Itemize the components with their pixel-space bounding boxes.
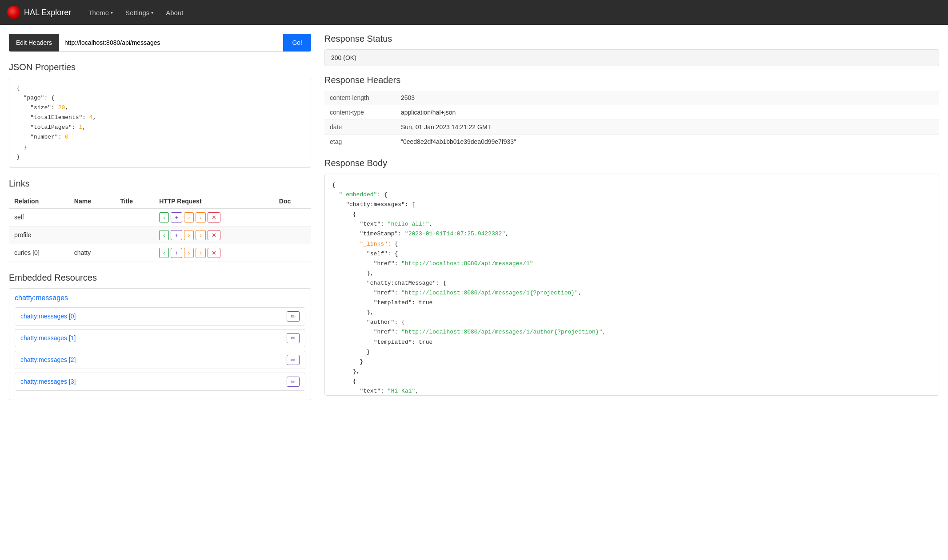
json-properties-box: { "page": { "size": 20, "totalElements":… <box>9 78 311 168</box>
response-status-title: Response Status <box>324 34 939 44</box>
settings-label: Settings <box>125 9 149 16</box>
links-title: Links <box>9 179 311 189</box>
settings-chevron-icon: ▾ <box>151 10 153 15</box>
close-btn[interactable]: ✕ <box>208 212 220 222</box>
name-cell <box>69 208 115 226</box>
plus-btn[interactable]: + <box>171 248 182 258</box>
embedded-item-button[interactable]: ✏ <box>287 333 300 343</box>
response-headers-section: Response Headers content-length 2503 con… <box>324 75 939 149</box>
forward-btn[interactable]: › <box>184 248 194 258</box>
forward-btn[interactable]: › <box>184 212 194 222</box>
plus-btn[interactable]: + <box>171 212 182 222</box>
response-status-value: 200 (OK) <box>324 49 939 66</box>
header-row: date Sun, 01 Jan 2023 14:21:22 GMT <box>324 120 939 135</box>
navbar: HAL Explorer Theme ▾ Settings ▾ About <box>0 0 948 25</box>
header-row: etag "0eed8e2df4ab1bb01e39dea0d99e7f933" <box>324 135 939 149</box>
embedded-item-label[interactable]: chatty:messages [3] <box>20 378 76 385</box>
go-button[interactable]: Go! <box>283 34 311 52</box>
table-row: profile ‹ + › › ✕ <box>9 226 311 244</box>
header-key: date <box>324 120 396 135</box>
doc-cell <box>274 208 311 226</box>
relation-cell: self <box>9 208 69 226</box>
about-menu[interactable]: About <box>160 5 189 20</box>
embedded-item-button[interactable]: ✏ <box>287 311 300 322</box>
header-value: application/hal+json <box>396 105 939 120</box>
right-panel: Response Status 200 (OK) Response Header… <box>320 34 939 551</box>
hal-logo-icon <box>7 6 20 19</box>
embedded-group: chatty:messages chatty:messages [0] ✏ ch… <box>9 288 311 400</box>
header-key: etag <box>324 135 396 149</box>
embedded-item-label[interactable]: chatty:messages [1] <box>20 334 76 342</box>
relation-cell: profile <box>9 226 69 244</box>
json-properties-title: JSON Properties <box>9 62 311 72</box>
response-status-section: Response Status 200 (OK) <box>324 34 939 66</box>
title-cell <box>115 244 154 262</box>
btn-group: ‹ + › › ✕ <box>159 230 268 240</box>
http-request-cell: ‹ + › › ✕ <box>154 208 274 226</box>
header-value: Sun, 01 Jan 2023 14:21:22 GMT <box>396 120 939 135</box>
header-row: content-length 2503 <box>324 91 939 105</box>
embedded-item-label[interactable]: chatty:messages [0] <box>20 313 76 320</box>
embedded-item: chatty:messages [0] ✏ <box>15 307 305 326</box>
forward2-btn[interactable]: › <box>196 230 205 240</box>
btn-group: ‹ + › › ✕ <box>159 248 268 258</box>
header-key: content-type <box>324 105 396 120</box>
forward-btn[interactable]: › <box>184 230 194 240</box>
col-name: Name <box>69 194 115 209</box>
theme-label: Theme <box>88 9 109 16</box>
table-row: curies [0] chatty ‹ + › › ✕ <box>9 244 311 262</box>
embedded-item: chatty:messages [2] ✏ <box>15 351 305 369</box>
table-row: self ‹ + › › ✕ <box>9 208 311 226</box>
close-btn[interactable]: ✕ <box>208 230 220 240</box>
back-btn[interactable]: ‹ <box>159 212 169 222</box>
edit-headers-button[interactable]: Edit Headers <box>9 34 59 52</box>
embedded-item: chatty:messages [3] ✏ <box>15 373 305 391</box>
title-cell <box>115 226 154 244</box>
btn-group: ‹ + › › ✕ <box>159 212 268 222</box>
embedded-item: chatty:messages [1] ✏ <box>15 329 305 347</box>
embedded-title: Embedded Resources <box>9 273 311 283</box>
links-section: Links Relation Name Title HTTP Request D… <box>9 179 311 262</box>
response-body-title: Response Body <box>324 158 939 168</box>
embedded-item-button[interactable]: ✏ <box>287 355 300 365</box>
doc-cell <box>274 244 311 262</box>
header-value: "0eed8e2df4ab1bb01e39dea0d99e7f933" <box>396 135 939 149</box>
forward2-btn[interactable]: › <box>196 248 205 258</box>
left-panel: Edit Headers Go! JSON Properties { "page… <box>9 34 320 551</box>
embedded-item-label[interactable]: chatty:messages [2] <box>20 356 76 363</box>
col-doc: Doc <box>274 194 311 209</box>
url-bar: Edit Headers Go! <box>9 34 311 52</box>
col-http-request: HTTP Request <box>154 194 274 209</box>
brand: HAL Explorer <box>7 6 71 19</box>
doc-cell <box>274 226 311 244</box>
embedded-group-title[interactable]: chatty:messages <box>15 294 305 302</box>
response-body-box: { "_embedded": { "chatty:messages": [ { … <box>324 174 939 396</box>
settings-menu[interactable]: Settings ▾ <box>119 5 160 20</box>
forward2-btn[interactable]: › <box>196 212 205 222</box>
back-btn[interactable]: ‹ <box>159 230 169 240</box>
close-btn[interactable]: ✕ <box>208 248 220 258</box>
col-title: Title <box>115 194 154 209</box>
title-cell <box>115 208 154 226</box>
links-table: Relation Name Title HTTP Request Doc sel… <box>9 194 311 262</box>
relation-cell: curies [0] <box>9 244 69 262</box>
headers-table: content-length 2503 content-type applica… <box>324 91 939 149</box>
plus-btn[interactable]: + <box>171 230 182 240</box>
name-cell <box>69 226 115 244</box>
header-key: content-length <box>324 91 396 105</box>
back-btn[interactable]: ‹ <box>159 248 169 258</box>
response-headers-title: Response Headers <box>324 75 939 85</box>
theme-menu[interactable]: Theme ▾ <box>82 5 119 20</box>
http-request-cell: ‹ + › › ✕ <box>154 226 274 244</box>
embedded-section: Embedded Resources chatty:messages chatt… <box>9 273 311 400</box>
embedded-item-button[interactable]: ✏ <box>287 377 300 387</box>
main-layout: Edit Headers Go! JSON Properties { "page… <box>0 25 948 560</box>
http-request-cell: ‹ + › › ✕ <box>154 244 274 262</box>
header-row: content-type application/hal+json <box>324 105 939 120</box>
name-cell: chatty <box>69 244 115 262</box>
response-body-section: Response Body { "_embedded": { "chatty:m… <box>324 158 939 396</box>
brand-label: HAL Explorer <box>24 8 71 17</box>
url-input[interactable] <box>59 34 283 52</box>
about-label: About <box>166 9 183 16</box>
col-relation: Relation <box>9 194 69 209</box>
